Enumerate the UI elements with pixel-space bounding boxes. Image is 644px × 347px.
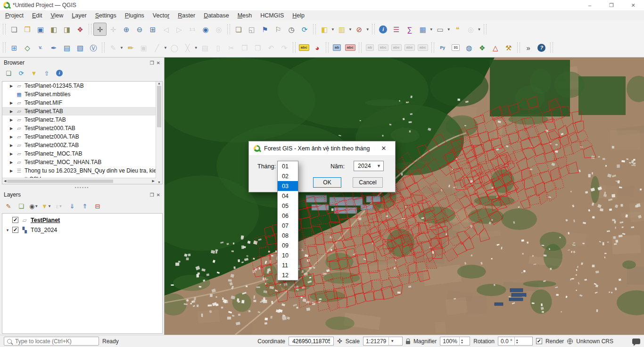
menu-mesh[interactable]: Mesh — [233, 11, 256, 20]
new-project-button[interactable]: ❏ — [8, 23, 21, 36]
open-attribute-table-dropdown-arrow[interactable]: ▼ — [429, 27, 433, 32]
toolbar-handle[interactable] — [227, 24, 230, 34]
expand-arrow-icon[interactable]: ▶ — [9, 101, 14, 105]
sum-features-button[interactable]: ∑ — [403, 23, 416, 36]
identify-features-button[interactable]: i — [377, 23, 390, 36]
magnifier-spin-arrows[interactable]: ▲▼ — [459, 337, 464, 345]
browser-item[interactable]: ▶☰Thong tu so 16.2023_BNN_Quy dinh ve Di… — [2, 166, 162, 175]
diagram-tool-button[interactable]: ❖ — [476, 41, 489, 54]
browser-item[interactable]: ▶▱TestPlanet.MIF — [2, 99, 162, 107]
toolbar-overflow-button[interactable]: » — [522, 41, 535, 54]
zoom-in-button[interactable]: ⊕ — [120, 23, 133, 36]
restore-button[interactable]: ❐ — [601, 0, 622, 10]
browser-close-icon[interactable]: ✕ — [157, 60, 160, 66]
toolbar-handle[interactable] — [326, 42, 329, 53]
expand-arrow-icon[interactable]: ▶ — [9, 126, 14, 131]
toolbar-handle[interactable] — [102, 42, 105, 53]
menu-settings[interactable]: Settings — [91, 11, 121, 20]
menu-database[interactable]: Database — [199, 11, 233, 20]
zoom-out-button[interactable]: ⊖ — [133, 23, 146, 36]
browser-item[interactable]: ▶▦TestPlanet.mbtiles — [2, 90, 162, 99]
dialog-close-button[interactable]: ✕ — [377, 141, 391, 155]
ok-button[interactable]: OK — [313, 177, 341, 188]
layer-visibility-checkbox[interactable]: ✓ — [12, 217, 18, 223]
manage-map-themes-button[interactable]: ◉▼ — [29, 201, 39, 211]
locate-input[interactable] — [14, 338, 96, 345]
minimize-button[interactable]: – — [579, 0, 601, 10]
add-selected-layers-button[interactable]: ❏ — [4, 68, 13, 78]
new-virtual-layer-button[interactable]: Ⓥ — [87, 41, 100, 54]
filter-browser-button[interactable]: ▼ — [29, 68, 39, 78]
layer-labeling-options-button[interactable]: abc — [297, 41, 311, 54]
expand-arrow-icon[interactable]: ▶ — [9, 135, 14, 139]
open-project-button[interactable]: ❐ — [21, 23, 34, 36]
toolbar-handle[interactable] — [3, 42, 6, 53]
layer-visibility-checkbox[interactable]: ✓ — [12, 227, 18, 233]
coordinate-field[interactable] — [289, 337, 334, 346]
toolbar-handle[interactable] — [372, 24, 375, 34]
toolbar-handle[interactable] — [550, 42, 553, 53]
month-option-02[interactable]: 02 — [278, 171, 298, 181]
toolbar-handle[interactable] — [484, 24, 487, 34]
current-edits-dropdown-arrow[interactable]: ▼ — [120, 46, 124, 50]
menu-project[interactable]: Project — [1, 11, 28, 20]
deselect-features-dropdown-arrow[interactable]: ▼ — [366, 27, 370, 32]
browser-horizontal-scrollbar[interactable]: ◀▶ — [2, 178, 156, 184]
statistical-summary-button[interactable]: ☰ — [390, 23, 403, 36]
browser-float-icon[interactable]: ❐ — [150, 60, 154, 66]
extent-icon[interactable]: ✜ — [337, 338, 342, 345]
menu-view[interactable]: View — [46, 11, 67, 20]
messages-icon[interactable] — [632, 339, 640, 344]
new-memory-layer-button[interactable]: ▤ — [60, 41, 74, 54]
layer-item[interactable]: ▾✓▚T03_2024 — [2, 225, 162, 235]
menu-plugins[interactable]: Plugins — [121, 11, 149, 20]
month-option-11[interactable]: 11 — [278, 260, 298, 270]
month-option-05[interactable]: 05 — [278, 201, 298, 211]
forest-gis-button[interactable]: △ — [489, 41, 502, 54]
toolbar-handle[interactable] — [431, 42, 434, 53]
layers-float-icon[interactable]: ❐ — [150, 192, 154, 198]
month-option-10[interactable]: 10 — [278, 250, 298, 260]
zoom-to-selection-button[interactable]: ◉ — [199, 23, 212, 36]
open-attribute-table-button[interactable]: ▦ — [416, 23, 429, 36]
layer-expand-arrow-icon[interactable]: ▾ — [5, 228, 10, 232]
refresh-browser-button[interactable]: ⟳ — [17, 68, 26, 78]
coordinate-input[interactable] — [291, 338, 331, 345]
toggle-editing-button[interactable]: ✏ — [124, 41, 137, 54]
render-checkbox[interactable]: ✓ — [536, 338, 542, 344]
python-console-button[interactable]: Py — [436, 41, 449, 54]
month-option-08[interactable]: 08 — [278, 231, 298, 240]
deselect-features-button[interactable]: ⊘ — [353, 23, 366, 36]
run-feature-action-dropdown-arrow[interactable]: ▼ — [478, 27, 481, 32]
month-option-12[interactable]: 12 — [278, 270, 298, 280]
browser-item[interactable]: ▶▱TestPlanetz_MOC.TAB — [2, 149, 162, 158]
browser-item[interactable]: ▶▱TestPlanetz_MOC_NHAN.TAB — [2, 158, 162, 166]
digitize-with-segment-dropdown-arrow[interactable]: ▼ — [164, 46, 167, 50]
new-map-view-button[interactable]: ❏ — [232, 23, 245, 36]
forestgis-monthly-viewer-button[interactable]: 31 — [449, 41, 462, 54]
month-option-03[interactable]: 03 — [278, 181, 298, 191]
remove-layer-button[interactable]: ⊟ — [93, 201, 102, 211]
menu-hcmgis[interactable]: HCMGIS — [256, 11, 288, 20]
rotation-spinner[interactable]: 0.0 ° ▲▼ — [498, 337, 533, 346]
style-manager-button[interactable]: ❖ — [74, 23, 87, 36]
expand-arrow-icon[interactable]: ▶ — [9, 84, 14, 88]
locate-box[interactable] — [4, 337, 99, 346]
browser-item[interactable]: ▶▱TestPlanet-012345.TAB — [2, 82, 162, 90]
month-option-07[interactable]: 07 — [278, 221, 298, 231]
menu-layer[interactable]: Layer — [67, 11, 91, 20]
rotation-spin-arrows[interactable]: ▲▼ — [514, 337, 520, 345]
new-spatial-bookmark-button[interactable]: ⚑ — [258, 23, 272, 36]
measure-button[interactable]: ▭ — [434, 23, 447, 36]
highlight-pinned-labels-button[interactable]: abc — [344, 41, 357, 54]
refresh-map-button[interactable]: ⟳ — [298, 23, 311, 36]
zoom-full-button[interactable]: ⊞ — [146, 23, 159, 36]
close-button[interactable]: ✕ — [622, 0, 644, 10]
browser-item[interactable]: ▶▱TestPlanet.TAB — [2, 107, 162, 116]
vertex-tool-dropdown-arrow[interactable]: ▼ — [194, 46, 198, 50]
filter-legend-button[interactable]: ▼▼ — [42, 201, 51, 211]
show-spatial-bookmarks-button[interactable]: ⚐ — [272, 23, 285, 36]
expand-arrow-icon[interactable]: ▶ — [9, 118, 14, 122]
toolbar-handle[interactable] — [313, 24, 316, 34]
expand-arrow-icon[interactable]: ▶ — [9, 169, 14, 173]
